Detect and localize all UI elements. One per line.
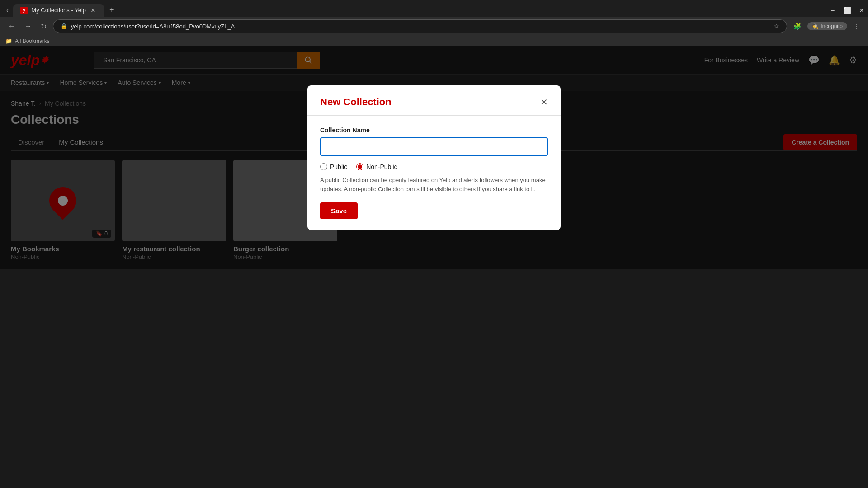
bookmark-star-icon[interactable]: ☆ [774, 23, 779, 30]
bookmarks-label: All Bookmarks [15, 38, 50, 44]
address-bar-row: ← → ↻ 🔒 yelp.com/collections/user?userid… [0, 17, 868, 36]
forward-button[interactable]: → [22, 20, 34, 32]
active-tab[interactable]: y My Collections - Yelp ✕ [13, 4, 104, 17]
modal-title: New Collection [320, 96, 392, 108]
radio-public-option[interactable]: Public [320, 163, 347, 170]
menu-button[interactable]: ⋮ [851, 21, 863, 32]
bookmarks-bar: 📁 All Bookmarks [0, 36, 868, 46]
window-controls: − ⬜ ✕ [826, 4, 868, 17]
browser-actions: 🧩 🕵 Incognito ⋮ [791, 21, 863, 32]
maximize-button[interactable]: ⬜ [841, 4, 854, 17]
radio-nonpublic-option[interactable]: Non-Public [356, 163, 397, 170]
tab-bar: ‹ y My Collections - Yelp ✕ + − ⬜ ✕ [0, 0, 868, 17]
modal-body: Collection Name Public Non-Public A publ… [307, 116, 561, 230]
new-tab-button[interactable]: + [106, 4, 118, 17]
tab-close-button[interactable]: ✕ [90, 7, 97, 14]
yelp-page: yelp ✸ For Businesses Write a Review 💬 🔔… [0, 46, 868, 269]
modal-header: New Collection ✕ [307, 85, 561, 116]
reload-button[interactable]: ↻ [38, 20, 49, 33]
collection-name-input[interactable] [320, 137, 548, 156]
tab-favicon: y [20, 7, 28, 14]
save-button[interactable]: Save [320, 202, 358, 219]
address-bar[interactable]: 🔒 yelp.com/collections/user?userid=A8uJ5… [53, 19, 787, 33]
modal-close-button[interactable]: ✕ [540, 97, 548, 108]
privacy-radio-group: Public Non-Public [320, 163, 548, 170]
bookmarks-folder-icon: 📁 [5, 38, 12, 44]
url-display: yelp.com/collections/user?userid=A8uJ58o… [71, 23, 770, 30]
extensions-button[interactable]: 🧩 [791, 21, 804, 32]
minimize-button[interactable]: − [826, 4, 839, 17]
incognito-label: Incognito [821, 23, 843, 29]
close-button[interactable]: ✕ [855, 4, 868, 17]
radio-public-input[interactable] [320, 163, 327, 170]
lock-icon: 🔒 [61, 23, 67, 29]
browser-chrome: ‹ y My Collections - Yelp ✕ + − ⬜ ✕ ← → … [0, 0, 868, 46]
radio-public-label: Public [330, 163, 347, 170]
collection-name-label: Collection Name [320, 127, 548, 134]
incognito-icon: 🕵 [812, 23, 819, 29]
new-collection-modal: New Collection ✕ Collection Name Public … [307, 85, 561, 230]
radio-nonpublic-label: Non-Public [366, 163, 397, 170]
back-button[interactable]: ← [5, 20, 18, 32]
radio-nonpublic-input[interactable] [356, 163, 363, 170]
privacy-description: A public Collection can be openly featur… [320, 176, 548, 193]
tab-title: My Collections - Yelp [31, 7, 86, 14]
tab-scroll-prev[interactable]: ‹ [4, 5, 11, 16]
incognito-badge: 🕵 Incognito [807, 22, 847, 30]
